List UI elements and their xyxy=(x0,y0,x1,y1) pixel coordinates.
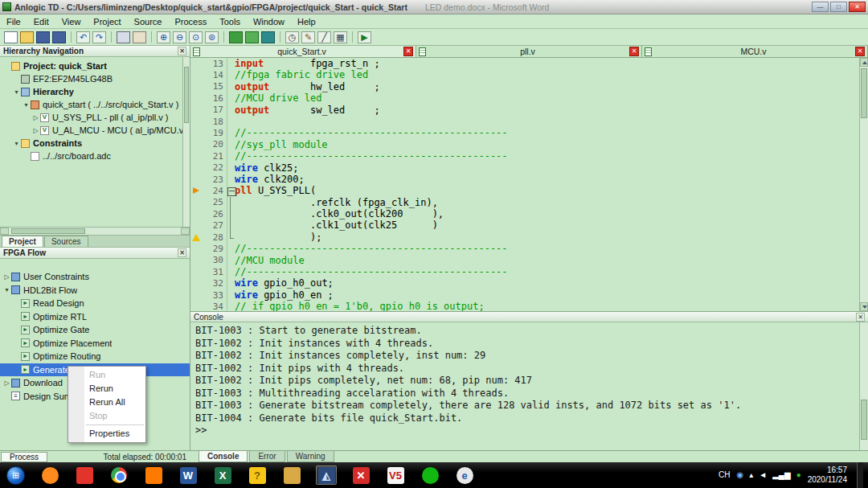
code-line[interactable]: //--------------------------------------… xyxy=(227,127,868,138)
flow-step-icon[interactable] xyxy=(229,31,243,43)
close-tab-icon[interactable]: ✕ xyxy=(403,47,413,56)
tree-item-project-quick-start[interactable]: Project: quick_Start xyxy=(0,59,190,72)
close-console-icon[interactable]: ✕ xyxy=(856,313,865,322)
anlogic-td-icon[interactable]: ◭ xyxy=(316,465,337,485)
scroll-left-arrow[interactable] xyxy=(0,228,9,235)
context-menu-item-rerun-all[interactable]: Rerun All xyxy=(68,396,145,409)
code-line[interactable]: wire clk200; xyxy=(227,174,868,185)
expander-icon[interactable]: ▾ xyxy=(12,140,21,147)
menu-file[interactable]: File xyxy=(0,16,27,27)
x-app-icon[interactable]: ✕ xyxy=(350,465,371,485)
hierarchy-horizontal-scrollbar[interactable] xyxy=(0,227,190,236)
context-menu-item-rerun[interactable]: Rerun xyxy=(68,382,145,396)
save-all-icon[interactable] xyxy=(52,31,66,43)
fold-toggle-icon[interactable] xyxy=(227,185,235,196)
hierarchy-vertical-scrollbar[interactable] xyxy=(182,57,190,227)
tree-item-ef2-ef2m45lg48b[interactable]: EF2:EF2M45LG48B xyxy=(0,72,190,85)
code-line[interactable]: //MCU module xyxy=(227,255,868,266)
editor-tab-pll-v[interactable]: pll.v✕ xyxy=(416,46,642,57)
tree-item-read-design[interactable]: ▸Read Design xyxy=(0,297,190,310)
code-line[interactable]: wire clk25; xyxy=(227,162,868,174)
browser-app-icon[interactable]: e xyxy=(454,465,475,485)
tree-item-quick-start-src-quick-start-v[interactable]: ▾quick_start ( ../../src/quick_Start.v ) xyxy=(0,98,190,111)
new-file-icon[interactable] xyxy=(4,31,18,43)
code-line[interactable]: //fpga fabric drive led xyxy=(227,69,868,80)
volume-icon[interactable]: ◄ xyxy=(759,471,767,479)
word-icon[interactable]: W xyxy=(178,465,199,485)
ime-indicator[interactable]: CH xyxy=(719,471,730,479)
security-icon[interactable]: ● xyxy=(796,471,801,479)
tree-item-u-sys-pll-pll-al-ip-pll-v[interactable]: ▷VU_SYS_PLL - pll ( al_ip/pll.v ) xyxy=(0,111,190,124)
menu-edit[interactable]: Edit xyxy=(27,16,55,27)
code-line[interactable]: input fpga_rst_n ; xyxy=(227,58,868,69)
console-output[interactable]: BIT-1003 : Start to generate bitstream.B… xyxy=(190,322,868,450)
floorplan-icon[interactable]: ▦ xyxy=(334,31,347,43)
sticky-note-icon[interactable]: ? xyxy=(247,465,268,485)
v5-app-icon[interactable]: V5 xyxy=(385,465,406,485)
editor-tab-quick-start-v[interactable]: quick_Start.v✕ xyxy=(190,46,416,57)
bookmark-marker[interactable] xyxy=(190,185,202,196)
scroll-right-arrow[interactable] xyxy=(181,228,190,235)
scroll-down-arrow[interactable] xyxy=(860,302,868,311)
tree-item-optimize-routing[interactable]: ▸Optimize Routing xyxy=(0,350,190,363)
process-tab[interactable]: Process xyxy=(1,452,47,462)
start-button[interactable]: ⊞ xyxy=(6,466,25,485)
close-button[interactable]: ✕ xyxy=(849,2,866,12)
close-panel-icon[interactable]: ✕ xyxy=(178,47,186,55)
scrollbar-thumb[interactable] xyxy=(861,68,867,118)
menu-view[interactable]: View xyxy=(55,16,88,27)
code-line[interactable]: pll U_SYS_PLL( xyxy=(227,185,868,196)
code-area[interactable]: input fpga_rst_n ;//fpga fabric drive le… xyxy=(227,58,868,311)
menu-help[interactable]: Help xyxy=(291,16,322,27)
scroll-up-arrow[interactable] xyxy=(860,58,868,67)
console-vertical-scrollbar[interactable] xyxy=(859,322,868,450)
editor-tab-mcu-v[interactable]: MCU.v✕ xyxy=(642,46,868,57)
menu-tools[interactable]: Tools xyxy=(213,16,247,27)
zoom-in-icon[interactable]: ⊕ xyxy=(157,31,170,43)
expander-icon[interactable]: ▷ xyxy=(2,273,11,281)
code-line[interactable]: .clk1_out(clk25 ) xyxy=(227,219,868,231)
tree-item-u-al-mcu-mcu-al-ip-mcu-v[interactable]: ▷VU_AL_MCU - MCU ( al_ip/MCU.v ) xyxy=(0,124,190,137)
file-manager-icon[interactable] xyxy=(281,465,302,485)
zoom-selection-icon[interactable]: ⊚ xyxy=(205,31,219,43)
menu-process[interactable]: Process xyxy=(168,16,213,27)
code-line[interactable]: //--------------------------------------… xyxy=(227,266,868,277)
show-desktop-button[interactable] xyxy=(857,462,863,488)
tab-project[interactable]: Project xyxy=(2,236,43,247)
code-line[interactable]: // if gpio_h0_en = 1'b0, gpio_h0 is outp… xyxy=(227,301,868,311)
bar-chart-icon[interactable] xyxy=(245,31,259,43)
close-panel-icon[interactable]: ✕ xyxy=(178,248,186,257)
expander-icon[interactable]: ▾ xyxy=(2,286,11,293)
tree-item-optimize-placement[interactable]: ▸Optimize Placement xyxy=(0,337,190,351)
foxit-pdf-icon[interactable] xyxy=(143,465,164,485)
warning-marker[interactable] xyxy=(190,232,202,243)
code-line[interactable] xyxy=(227,116,868,127)
code-line[interactable]: //--------------------------------------… xyxy=(227,243,868,254)
context-menu-item-properties[interactable]: Properties xyxy=(68,427,145,441)
editor-vertical-scrollbar[interactable] xyxy=(859,58,868,311)
tab-warning[interactable]: Warning xyxy=(287,451,334,462)
menu-window[interactable]: Window xyxy=(247,16,291,27)
open-project-icon[interactable] xyxy=(20,31,34,43)
code-line[interactable]: output hw_led ; xyxy=(227,81,868,92)
tab-error[interactable]: Error xyxy=(249,451,285,462)
code-line[interactable]: //sys_pll module xyxy=(227,139,868,150)
code-line[interactable]: output sw_led ; xyxy=(227,105,868,116)
run-download-icon[interactable]: ▶ xyxy=(358,31,371,43)
expander-icon[interactable]: ▾ xyxy=(22,101,31,109)
save-icon[interactable] xyxy=(36,31,50,43)
firefox-icon[interactable] xyxy=(39,465,60,485)
scrollbar-thumb[interactable] xyxy=(184,67,189,123)
route-icon[interactable]: ╱ xyxy=(317,31,331,43)
expander-icon[interactable]: ▷ xyxy=(31,114,40,121)
zoom-fit-icon[interactable]: ⊙ xyxy=(189,31,203,43)
tab-sources[interactable]: Sources xyxy=(44,236,88,247)
taskbar-clock[interactable]: 16:57 2020/11/24 xyxy=(808,465,847,486)
menu-source[interactable]: Source xyxy=(128,16,169,27)
scrollbar-thumb[interactable] xyxy=(11,228,85,234)
redo-icon[interactable]: ↷ xyxy=(92,31,106,43)
edit-icon[interactable]: ✎ xyxy=(301,31,315,43)
tree-item-optimize-gate[interactable]: ▸Optimize Gate xyxy=(0,323,190,337)
expander-icon[interactable]: ▾ xyxy=(12,88,21,96)
excel-icon[interactable]: X xyxy=(212,465,233,485)
